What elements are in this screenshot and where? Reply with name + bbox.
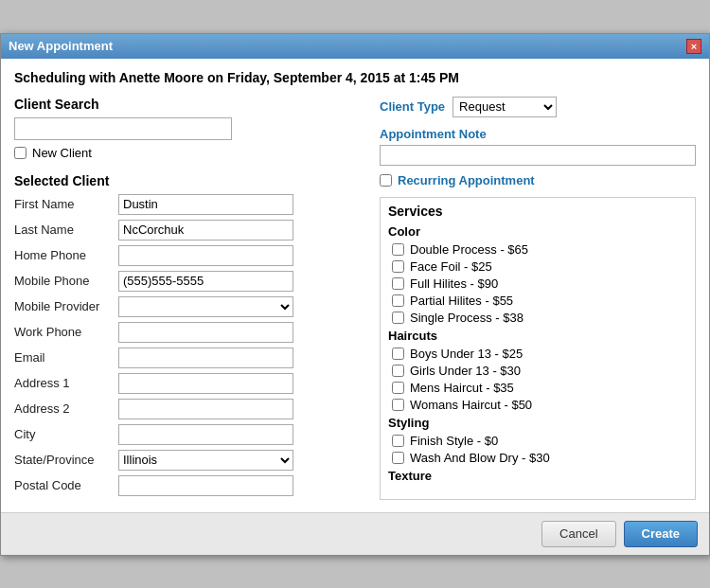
category-color: Color <box>388 224 687 239</box>
right-column: Client Type Request Walk-in Regular Appo… <box>380 97 696 501</box>
service-checkbox-single-process[interactable] <box>392 312 404 324</box>
service-label: Single Process - $38 <box>410 311 524 325</box>
email-row: Email <box>14 347 364 368</box>
client-type-select[interactable]: Request Walk-in Regular <box>453 97 557 117</box>
new-client-checkbox[interactable] <box>14 147 27 159</box>
state-row: State/Province Illinois <box>14 450 364 471</box>
list-item: Full Hilites - $90 <box>388 276 687 291</box>
list-item: Double Process - $65 <box>388 242 687 257</box>
scheduling-title: Scheduling with Anette Moore on Friday, … <box>14 70 696 85</box>
service-label: Womans Haircut - $50 <box>410 398 532 412</box>
list-item: Womans Haircut - $50 <box>388 398 687 412</box>
state-label: State/Province <box>14 453 118 467</box>
list-item: Single Process - $38 <box>388 311 687 325</box>
mobile-provider-row: Mobile Provider <box>14 296 364 317</box>
mobile-phone-input[interactable] <box>118 271 293 292</box>
home-phone-label: Home Phone <box>14 248 118 262</box>
appointment-note-label: Appointment Note <box>380 127 696 141</box>
dialog-title: New Appointment <box>9 39 113 53</box>
services-title: Services <box>388 204 687 219</box>
service-label: Finish Style - $0 <box>410 434 498 448</box>
home-phone-row: Home Phone <box>14 245 364 266</box>
client-search-input[interactable] <box>14 117 232 140</box>
category-texture: Texture <box>388 469 687 483</box>
list-item: Girls Under 13 - $30 <box>388 364 687 378</box>
city-label: City <box>14 427 118 441</box>
left-column: Client Search New Client Selected Client… <box>14 97 364 501</box>
first-name-row: First Name <box>14 194 364 215</box>
service-checkbox-face-foil[interactable] <box>392 260 404 273</box>
work-phone-row: Work Phone <box>14 322 364 343</box>
service-label: Face Foil - $25 <box>410 259 492 274</box>
service-checkbox-wash-blow-dry[interactable] <box>392 452 404 464</box>
create-button[interactable]: Create <box>624 521 698 547</box>
service-label: Girls Under 13 - $30 <box>410 364 521 378</box>
cancel-button[interactable]: Cancel <box>541 521 615 547</box>
city-input[interactable] <box>118 424 293 445</box>
dialog-body: Scheduling with Anette Moore on Friday, … <box>1 59 709 512</box>
state-select[interactable]: Illinois <box>118 450 293 471</box>
address1-label: Address 1 <box>14 376 118 390</box>
selected-client-section: Selected Client First Name Last Name Hom… <box>14 173 364 496</box>
service-checkbox-double-process[interactable] <box>392 243 404 256</box>
last-name-label: Last Name <box>14 223 118 237</box>
work-phone-input[interactable] <box>118 322 293 343</box>
selected-client-label: Selected Client <box>14 173 364 188</box>
service-label: Mens Haircut - $35 <box>410 381 514 395</box>
service-label: Full Hilites - $90 <box>410 276 498 291</box>
work-phone-label: Work Phone <box>14 325 118 339</box>
email-label: Email <box>14 350 118 365</box>
service-checkbox-mens-haircut[interactable] <box>392 382 404 394</box>
service-checkbox-full-hilites[interactable] <box>392 277 404 290</box>
last-name-input[interactable] <box>118 220 293 241</box>
service-checkbox-boys-under13[interactable] <box>392 347 404 360</box>
services-section: Services Color Double Process - $65 Face… <box>380 197 696 500</box>
client-search-label: Client Search <box>14 97 364 112</box>
mobile-provider-select[interactable] <box>118 296 293 317</box>
recurring-checkbox[interactable] <box>380 174 392 187</box>
mobile-phone-label: Mobile Phone <box>14 274 118 288</box>
postal-code-label: Postal Code <box>14 478 118 492</box>
service-checkbox-girls-under13[interactable] <box>392 365 404 377</box>
list-item: Boys Under 13 - $25 <box>388 347 687 361</box>
postal-code-input[interactable] <box>118 475 293 496</box>
last-name-row: Last Name <box>14 220 364 241</box>
category-haircuts: Haircuts <box>388 329 687 343</box>
service-checkbox-finish-style[interactable] <box>392 435 404 447</box>
service-checkbox-partial-hilites[interactable] <box>392 294 404 307</box>
address2-input[interactable] <box>118 399 293 419</box>
client-type-row: Client Type Request Walk-in Regular <box>380 97 696 117</box>
address1-row: Address 1 <box>14 373 364 394</box>
service-label: Double Process - $65 <box>410 242 528 257</box>
mobile-phone-row: Mobile Phone <box>14 271 364 292</box>
new-client-row: New Client <box>14 146 364 160</box>
mobile-provider-label: Mobile Provider <box>14 299 118 313</box>
two-column-layout: Client Search New Client Selected Client… <box>14 97 696 501</box>
list-item: Partial Hilites - $55 <box>388 294 687 308</box>
first-name-label: First Name <box>14 197 118 211</box>
service-label: Wash And Blow Dry - $30 <box>410 451 550 465</box>
new-client-label: New Client <box>32 146 92 160</box>
title-bar: New Appointment × <box>1 34 709 59</box>
home-phone-input[interactable] <box>118 245 293 266</box>
client-type-label: Client Type <box>380 99 445 114</box>
recurring-row: Recurring Appointment <box>380 173 696 187</box>
close-button[interactable]: × <box>686 39 701 54</box>
email-input[interactable] <box>118 347 293 368</box>
address2-row: Address 2 <box>14 399 364 419</box>
city-row: City <box>14 424 364 445</box>
address1-input[interactable] <box>118 373 293 394</box>
list-item: Finish Style - $0 <box>388 434 687 448</box>
service-label: Boys Under 13 - $25 <box>410 347 523 361</box>
address2-label: Address 2 <box>14 401 118 416</box>
list-item: Wash And Blow Dry - $30 <box>388 451 687 465</box>
service-checkbox-womans-haircut[interactable] <box>392 399 404 411</box>
first-name-input[interactable] <box>118 194 293 215</box>
new-appointment-dialog: New Appointment × Scheduling with Anette… <box>0 33 710 556</box>
service-label: Partial Hilites - $55 <box>410 294 513 308</box>
category-styling: Styling <box>388 416 687 430</box>
list-item: Face Foil - $25 <box>388 259 687 274</box>
appointment-note-input[interactable] <box>380 145 696 166</box>
list-item: Mens Haircut - $35 <box>388 381 687 395</box>
recurring-label: Recurring Appointment <box>398 173 535 187</box>
